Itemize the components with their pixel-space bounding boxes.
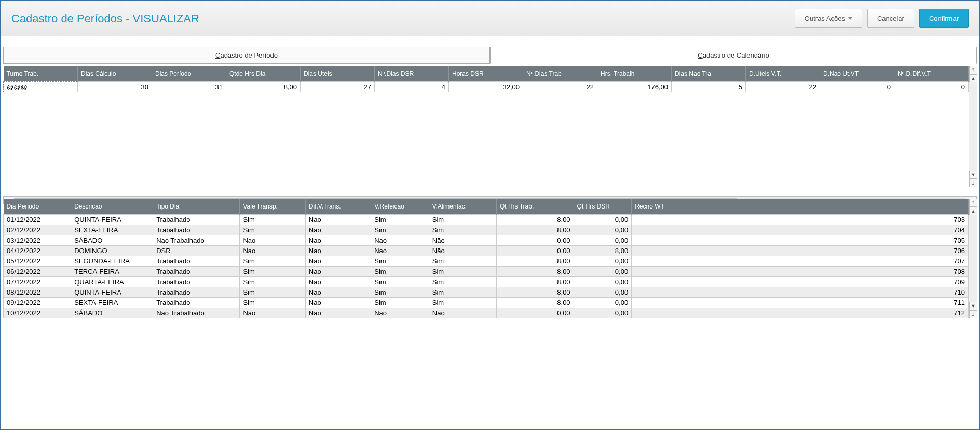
cell[interactable]: Sim [429, 225, 496, 235]
confirm-button[interactable]: Confirmar [919, 9, 969, 28]
cell[interactable]: 708 [632, 266, 969, 276]
cell[interactable]: 8,00 [496, 266, 574, 276]
cell[interactable]: Sim [240, 276, 305, 287]
scroll-up-icon[interactable]: ▲ [969, 207, 977, 215]
cell[interactable]: 22 [523, 81, 597, 92]
cell[interactable]: SEGUNDA-FEIRA [71, 256, 153, 266]
cell[interactable]: 0,00 [574, 297, 632, 308]
cell[interactable]: 0,00 [496, 308, 574, 318]
cell[interactable]: Trabalhado [153, 214, 240, 225]
cell[interactable]: SÁBADO [71, 308, 153, 318]
cell[interactable]: 712 [632, 308, 969, 318]
cell[interactable]: Nao [240, 308, 305, 318]
cell[interactable]: 0,00 [496, 235, 574, 245]
summary-col-header[interactable]: Nº.D.Dif.V.T [894, 66, 969, 81]
scroll-up-icon[interactable]: ▲ [969, 74, 977, 82]
cell[interactable]: 8,00 [496, 225, 574, 235]
cell[interactable]: Trabalhado [153, 287, 240, 297]
cell[interactable]: 706 [632, 245, 969, 256]
calendar-col-header[interactable]: V.Refeicao [371, 199, 429, 214]
calendar-col-header[interactable]: Tipo Dia [153, 199, 240, 214]
cell[interactable]: 09/12/2022 [4, 297, 71, 308]
cancel-button[interactable]: Cancelar [867, 9, 914, 28]
cell[interactable]: 0,00 [574, 225, 632, 235]
cell[interactable]: TERCA-FEIRA [71, 266, 153, 276]
summary-col-header[interactable]: Qtde Hrs Dia [226, 66, 301, 81]
cell[interactable]: Não [429, 235, 496, 245]
summary-col-header[interactable]: Dias Uteis [301, 66, 375, 81]
cell[interactable]: 30 [78, 81, 152, 92]
cell[interactable]: 8,00 [496, 276, 574, 287]
cell[interactable]: 32,00 [449, 81, 523, 92]
cell[interactable]: 08/12/2022 [4, 287, 71, 297]
scroll-top-icon[interactable]: ⤒ [969, 199, 977, 207]
table-row[interactable]: 04/12/2022DOMINGODSRNaoNaoNaoNão0,008,00… [4, 245, 969, 256]
cell[interactable]: Nao [305, 276, 371, 287]
cell[interactable]: 704 [632, 225, 969, 235]
cell[interactable]: 31 [152, 81, 226, 92]
cell[interactable]: Sim [429, 256, 496, 266]
table-row[interactable]: 06/12/2022TERCA-FEIRATrabalhadoSimNaoSim… [4, 266, 969, 276]
cell[interactable]: 10/12/2022 [4, 308, 71, 318]
cell[interactable]: Não [429, 245, 496, 256]
table-row[interactable]: 08/12/2022QUINTA-FEIRATrabalhadoSimNaoSi… [4, 287, 969, 297]
cell[interactable]: Sim [371, 256, 429, 266]
cell[interactable]: 0,00 [574, 256, 632, 266]
cell[interactable]: SEXTA-FEIRA [71, 297, 153, 308]
table-row[interactable]: @@@30318,0027432,0022176,0052200 [4, 81, 969, 92]
cell[interactable]: Sim [240, 297, 305, 308]
scroll-top-icon[interactable]: ⤒ [969, 66, 977, 74]
summary-col-header[interactable]: Dias Período [152, 66, 226, 81]
table-row[interactable]: 10/12/2022SÁBADONao TrabalhadoNaoNaoNaoN… [4, 308, 969, 318]
cell[interactable]: Nao [305, 308, 371, 318]
cell[interactable]: 0,00 [574, 287, 632, 297]
cell[interactable]: Sim [240, 214, 305, 225]
table-row[interactable]: 03/12/2022SÁBADONao TrabalhadoNaoNaoNaoN… [4, 235, 969, 245]
cell[interactable]: Não [429, 308, 496, 318]
tab-cadastro-calendario[interactable]: Cadastro de Calendário [490, 47, 977, 64]
cell[interactable]: 8,00 [226, 81, 301, 92]
cell[interactable]: 0,00 [496, 245, 574, 256]
cell[interactable]: 0,00 [574, 308, 632, 318]
cell[interactable]: DOMINGO [71, 245, 153, 256]
cell[interactable]: Nao [371, 245, 429, 256]
cell[interactable]: 176,00 [597, 81, 672, 92]
cell[interactable]: SÁBADO [71, 235, 153, 245]
cell[interactable]: Sim [240, 266, 305, 276]
cell[interactable]: Trabalhado [153, 297, 240, 308]
summary-col-header[interactable]: Hrs. Trabalh [597, 66, 672, 81]
scroll-bottom-icon[interactable]: ⤓ [969, 179, 977, 187]
cell[interactable]: Nao [371, 308, 429, 318]
cell[interactable]: 07/12/2022 [4, 276, 71, 287]
cell[interactable]: Nao [305, 214, 371, 225]
calendar-col-header[interactable]: Qt Hrs DSR [574, 199, 632, 214]
cell[interactable]: Nao [305, 256, 371, 266]
cell[interactable]: Trabalhado [153, 256, 240, 266]
cell[interactable]: 703 [632, 214, 969, 225]
cell[interactable]: DSR [153, 245, 240, 256]
cell[interactable]: 01/12/2022 [4, 214, 71, 225]
summary-col-header[interactable]: Turno Trab. [4, 66, 78, 81]
cell[interactable]: 707 [632, 256, 969, 266]
summary-grid-vscroll[interactable]: ⤒ ▲ ▼ ⤓ [969, 66, 977, 187]
cell[interactable]: Trabalhado [153, 266, 240, 276]
cell[interactable]: Nao Trabalhado [153, 308, 240, 318]
table-row[interactable]: 09/12/2022SEXTA-FEIRATrabalhadoSimNaoSim… [4, 297, 969, 308]
calendar-col-header[interactable]: Dia Periodo [4, 199, 71, 214]
cell[interactable]: 0 [894, 81, 969, 92]
summary-col-header[interactable]: Dias Nao Tra [672, 66, 746, 81]
cell[interactable]: Sim [371, 225, 429, 235]
cell[interactable]: Sim [240, 287, 305, 297]
cell[interactable]: 711 [632, 297, 969, 308]
cell[interactable]: 4 [375, 81, 449, 92]
cell[interactable]: 06/12/2022 [4, 266, 71, 276]
cell[interactable]: Nao [305, 287, 371, 297]
cell[interactable]: QUARTA-FEIRA [71, 276, 153, 287]
cell[interactable]: @@@ [4, 81, 78, 92]
table-row[interactable]: 05/12/2022SEGUNDA-FEIRATrabalhadoSimNaoS… [4, 256, 969, 266]
cell[interactable]: 0,00 [574, 235, 632, 245]
cell[interactable]: Nao [305, 266, 371, 276]
tab-cadastro-periodo[interactable]: Cadastro de Período [3, 47, 490, 64]
calendar-col-header[interactable]: Recno WT [632, 199, 969, 214]
cell[interactable]: Sim [429, 266, 496, 276]
